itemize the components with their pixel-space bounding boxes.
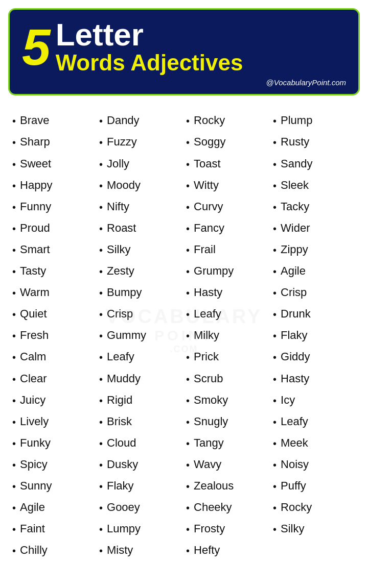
list-item: •Crisp xyxy=(273,282,356,303)
list-item: •Frail xyxy=(186,239,269,260)
list-item: •Rocky xyxy=(186,110,269,131)
word-label: Snugly xyxy=(194,413,228,430)
list-item: •Dandy xyxy=(99,110,182,131)
word-label: Zealous xyxy=(194,477,234,495)
list-item: •Muddy xyxy=(99,368,182,389)
word-label: Juicy xyxy=(20,391,45,409)
bullet-icon: • xyxy=(186,328,190,344)
word-label: Agile xyxy=(20,499,45,516)
word-label: Scrub xyxy=(194,370,223,387)
list-item: •Sleek xyxy=(273,175,356,196)
word-label: Hefty xyxy=(194,542,220,559)
bullet-icon: • xyxy=(273,328,277,344)
bullet-icon: • xyxy=(99,350,103,365)
bullet-icon: • xyxy=(186,285,190,301)
word-label: Crisp xyxy=(281,284,307,301)
word-label: Rocky xyxy=(281,499,312,516)
bullet-icon: • xyxy=(12,285,16,301)
bullet-icon: • xyxy=(186,135,190,151)
list-item: •Fuzzy xyxy=(99,131,182,153)
list-item: •Sandy xyxy=(273,153,356,175)
word-label: Spicy xyxy=(20,456,48,473)
bullet-icon: • xyxy=(12,157,16,173)
word-label: Silky xyxy=(281,520,304,537)
list-item: •Silky xyxy=(273,518,356,540)
list-item: •Agile xyxy=(12,497,95,518)
bullet-icon: • xyxy=(12,393,16,409)
list-item: •Snugly xyxy=(186,411,269,432)
bullet-icon: • xyxy=(273,307,277,323)
list-item: •Prick xyxy=(186,346,269,368)
word-label: Grumpy xyxy=(194,262,234,280)
bullet-icon: • xyxy=(99,264,103,280)
bullet-icon: • xyxy=(273,264,277,280)
bullet-icon: • xyxy=(186,264,190,280)
bullet-icon: • xyxy=(12,414,16,430)
word-label: Cheeky xyxy=(194,499,232,516)
bullet-icon: • xyxy=(186,372,190,387)
word-label: Jolly xyxy=(107,155,129,173)
list-item: •Tacky xyxy=(273,196,356,217)
bullet-icon: • xyxy=(186,457,190,473)
bullet-icon: • xyxy=(186,200,190,215)
list-item: •Witty xyxy=(186,175,269,196)
word-label: Leafy xyxy=(194,305,221,323)
word-label: Funky xyxy=(20,434,51,452)
bullet-icon: • xyxy=(186,178,190,194)
bullet-icon: • xyxy=(273,178,277,194)
word-label: Muddy xyxy=(107,370,141,387)
list-item: •Smart xyxy=(12,239,95,260)
word-label: Rigid xyxy=(107,391,132,409)
list-item: •Bumpy xyxy=(99,282,182,303)
list-item: •Wavy xyxy=(186,454,269,475)
bullet-icon: • xyxy=(186,221,190,237)
list-item: •Happy xyxy=(12,175,95,196)
bullet-icon: • xyxy=(99,522,103,537)
word-label: Quiet xyxy=(20,305,47,323)
word-label: Noisy xyxy=(281,456,309,473)
word-label: Funny xyxy=(20,198,51,215)
word-label: Calm xyxy=(20,348,46,365)
bullet-icon: • xyxy=(12,543,16,559)
word-label: Fancy xyxy=(194,219,224,237)
list-item: •Misty xyxy=(99,540,182,561)
word-label: Milky xyxy=(194,327,219,344)
bullet-icon: • xyxy=(99,543,103,559)
word-label: Wavy xyxy=(194,456,221,473)
bullet-icon: • xyxy=(99,479,103,495)
list-item: •Clear xyxy=(12,368,95,389)
list-item: •Smoky xyxy=(186,389,269,411)
bullet-icon: • xyxy=(186,436,190,452)
bullet-icon: • xyxy=(12,522,16,537)
word-label: Curvy xyxy=(194,198,223,215)
bullet-icon: • xyxy=(273,393,277,409)
word-label: Frosty xyxy=(194,520,225,537)
bullet-icon: • xyxy=(273,135,277,151)
column-2: •Dandy•Fuzzy•Jolly•Moody•Nifty•Roast•Sil… xyxy=(99,110,182,561)
word-label: Leafy xyxy=(281,413,308,430)
word-label: Tasty xyxy=(20,262,46,280)
word-label: Giddy xyxy=(281,348,310,365)
word-label: Dandy xyxy=(107,112,140,129)
word-label: Misty xyxy=(107,542,133,559)
list-item: •Tangy xyxy=(186,432,269,454)
word-label: Cloud xyxy=(107,434,136,452)
word-list-grid: •Brave•Sharp•Sweet•Happy•Funny•Proud•Sma… xyxy=(8,110,360,561)
word-label: Silky xyxy=(107,241,130,258)
list-item: •Silky xyxy=(99,239,182,260)
bullet-icon: • xyxy=(12,457,16,473)
list-item: •Brisk xyxy=(99,411,182,432)
word-label: Crisp xyxy=(107,305,133,323)
word-label: Sharp xyxy=(20,133,50,151)
list-item: •Roast xyxy=(99,217,182,239)
word-label: Plump xyxy=(281,112,312,129)
list-item: •Gooey xyxy=(99,497,182,518)
word-label: Zippy xyxy=(281,241,308,258)
word-label: Hasty xyxy=(194,284,222,301)
bullet-icon: • xyxy=(186,350,190,365)
word-label: Prick xyxy=(194,348,219,365)
bullet-icon: • xyxy=(99,178,103,194)
list-item: •Puffy xyxy=(273,475,356,497)
list-item: •Zesty xyxy=(99,260,182,282)
bullet-icon: • xyxy=(186,157,190,173)
